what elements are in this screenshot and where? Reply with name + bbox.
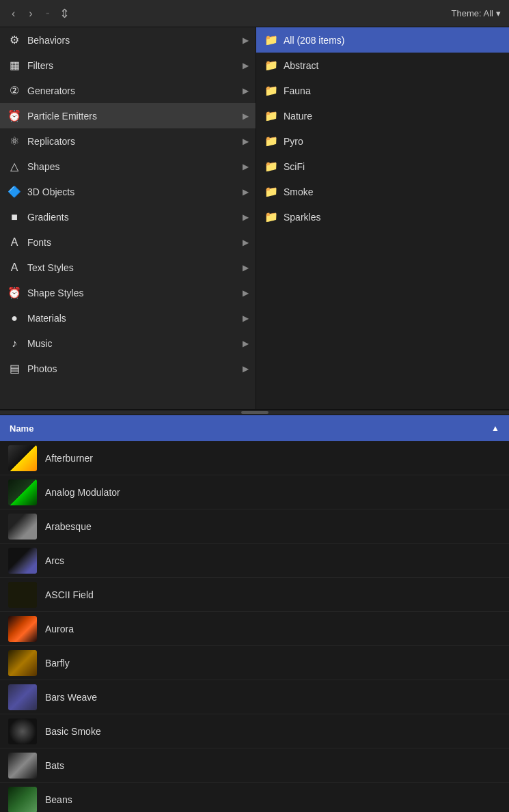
thumb-beans	[8, 787, 37, 813]
forward-button[interactable]: ›	[25, 6, 36, 21]
generators-icon: ②	[7, 83, 22, 98]
menu-item-replicators[interactable]: ⚛ Replicators ▶	[0, 128, 256, 154]
menu-label-3d-objects: 3D Objects	[27, 186, 243, 197]
thumb-afterburner	[8, 445, 37, 471]
left-panel: ⚙ Behaviors ▶ ▦ Filters ▶ ② Generators ▶…	[0, 27, 256, 409]
theme-chevron-icon: ▾	[496, 8, 501, 18]
list-item-basic-smoke[interactable]: Basic Smoke	[0, 714, 509, 748]
folder-item-pyro[interactable]: 📁 Pyro	[256, 128, 509, 154]
folder-item-nature[interactable]: 📁 Nature	[256, 103, 509, 128]
item-label-bats: Bats	[45, 760, 64, 771]
folder-label-fauna: Fauna	[284, 85, 311, 96]
menu-item-music[interactable]: ♪ Music ▶	[0, 331, 256, 356]
shape-styles-icon: ⏰	[7, 285, 22, 300]
thumb-bars-weave	[8, 684, 37, 710]
folder-icon-fauna: 📁	[264, 84, 278, 97]
list-header-label: Name	[10, 423, 33, 434]
menu-label-photos: Photos	[27, 363, 243, 374]
folder-item-scifi[interactable]: 📁 SciFi	[256, 154, 509, 179]
theme-label: Theme: All	[452, 8, 493, 18]
text-styles-icon: A	[7, 260, 22, 275]
list-item-analog-modulator[interactable]: Analog Modulator	[0, 475, 509, 509]
menu-item-behaviors[interactable]: ⚙ Behaviors ▶	[0, 27, 256, 53]
folder-item-smoke[interactable]: 📁 Smoke	[256, 179, 509, 204]
menu-item-materials[interactable]: ● Materials ▶	[0, 305, 256, 331]
menu-arrow-behaviors: ▶	[243, 36, 249, 45]
item-label-afterburner: Afterburner	[45, 453, 93, 464]
behaviors-icon: ⚙	[7, 33, 22, 48]
menu-arrow-fonts: ▶	[243, 238, 249, 247]
divider-handle[interactable]	[0, 410, 509, 415]
item-label-arcs: Arcs	[45, 555, 64, 566]
list-item-bars-weave[interactable]: Bars Weave	[0, 680, 509, 714]
list-item-ascii-field[interactable]: ASCII Field	[0, 578, 509, 612]
menu-arrow-photos: ▶	[243, 364, 249, 374]
menu-item-generators[interactable]: ② Generators ▶	[0, 78, 256, 103]
menu-item-photos[interactable]: ▤ Photos ▶	[0, 356, 256, 381]
menu-arrow-text-styles: ▶	[243, 263, 249, 272]
thumb-barfly	[8, 650, 37, 676]
right-panel: 📁 All (208 items) 📁 Abstract 📁 Fauna 📁 N…	[256, 27, 509, 409]
menu-label-gradients: Gradients	[27, 212, 243, 223]
3d-objects-icon: 🔷	[7, 184, 22, 199]
folder-item-abstract[interactable]: 📁 Abstract	[256, 53, 509, 78]
folder-label-nature: Nature	[284, 111, 312, 122]
folder-label-smoke: Smoke	[284, 186, 314, 197]
item-label-bars-weave: Bars Weave	[45, 692, 97, 703]
item-label-ascii-field: ASCII Field	[45, 589, 94, 600]
list-header[interactable]: Name ▲	[0, 415, 509, 441]
list-item-arcs[interactable]: Arcs	[0, 544, 509, 578]
fonts-icon: A	[7, 235, 22, 250]
item-label-barfly: Barfly	[45, 658, 70, 669]
list-item-beans[interactable]: Beans	[0, 783, 509, 812]
thumb-analog-modulator	[8, 479, 37, 505]
menu-arrow-replicators: ▶	[243, 137, 249, 146]
menu-item-particle-emitters[interactable]: ⏰ Particle Emitters ▶	[0, 103, 256, 128]
folder-item-all[interactable]: 📁 All (208 items)	[256, 27, 509, 53]
list-item-bats[interactable]: Bats	[0, 748, 509, 783]
menu-item-shapes[interactable]: △ Shapes ▶	[0, 154, 256, 179]
item-label-aurora: Aurora	[45, 624, 74, 634]
menu-item-text-styles[interactable]: A Text Styles ▶	[0, 255, 256, 280]
thumb-basic-smoke	[8, 718, 37, 744]
thumb-aurora	[8, 616, 37, 642]
menu-arrow-shape-styles: ▶	[243, 288, 249, 298]
folder-icon-smoke: 📁	[264, 185, 278, 198]
list-item-aurora[interactable]: Aurora	[0, 612, 509, 646]
list-item-barfly[interactable]: Barfly	[0, 646, 509, 680]
toolbar: ‹ › - ⇕ Theme: All ▾	[0, 0, 509, 27]
menu-label-particle-emitters: Particle Emitters	[27, 111, 243, 122]
menu-arrow-filters: ▶	[243, 61, 249, 70]
menu-item-filters[interactable]: ▦ Filters ▶	[0, 53, 256, 78]
folder-item-fauna[interactable]: 📁 Fauna	[256, 78, 509, 103]
back-button[interactable]: ‹	[8, 6, 18, 21]
thumb-ascii-field	[8, 582, 37, 608]
list-item-arabesque[interactable]: Arabesque	[0, 509, 509, 544]
folder-icon-pyro: 📁	[264, 135, 278, 148]
folder-item-sparkles[interactable]: 📁 Sparkles	[256, 204, 509, 229]
menu-item-gradients[interactable]: ■ Gradients ▶	[0, 204, 256, 229]
menu-label-materials: Materials	[27, 313, 243, 324]
materials-icon: ●	[7, 311, 22, 326]
menu-label-music: Music	[27, 338, 243, 349]
replicators-icon: ⚛	[7, 134, 22, 149]
folder-icon-scifi: 📁	[264, 160, 278, 173]
updown-button[interactable]: ⇕	[59, 6, 70, 21]
menu-arrow-3d-objects: ▶	[243, 187, 249, 197]
gradients-icon: ■	[7, 210, 22, 225]
menu-label-filters: Filters	[27, 60, 243, 71]
menu-arrow-shapes: ▶	[243, 162, 249, 171]
menu-item-3d-objects[interactable]: 🔷 3D Objects ▶	[0, 179, 256, 204]
thumb-bats	[8, 753, 37, 779]
music-icon: ♪	[7, 336, 22, 351]
menu-item-fonts[interactable]: A Fonts ▶	[0, 229, 256, 255]
folder-icon-all: 📁	[264, 33, 278, 46]
menu-label-behaviors: Behaviors	[27, 35, 243, 46]
folder-label-all: All (208 items)	[284, 35, 344, 46]
thumb-arabesque	[8, 514, 37, 540]
list-item-afterburner[interactable]: Afterburner	[0, 441, 509, 475]
theme-selector[interactable]: Theme: All ▾	[452, 8, 501, 18]
menu-arrow-generators: ▶	[243, 86, 249, 96]
list-header-chevron-icon: ▲	[491, 423, 499, 433]
menu-item-shape-styles[interactable]: ⏰ Shape Styles ▶	[0, 280, 256, 305]
